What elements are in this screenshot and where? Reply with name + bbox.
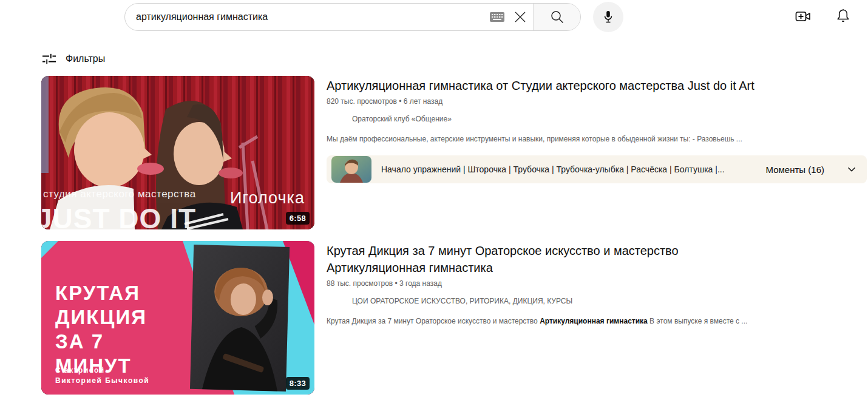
duration-badge: 6:58 — [286, 212, 310, 225]
search-input[interactable] — [125, 4, 487, 30]
keyboard-icon[interactable] — [487, 4, 507, 30]
filters-label: Фильтры — [66, 53, 105, 64]
video-details-2: Крутая Дикция за 7 минут Ораторское иску… — [327, 241, 867, 395]
video-description: Крутая Дикция за 7 минут Ораторское иску… — [327, 316, 867, 327]
microphone-button[interactable] — [593, 2, 623, 32]
search-results: студия актерского мастерства JUST DO IT … — [41, 76, 867, 395]
search-box — [124, 3, 581, 31]
search-result-2: КРУТАЯ ДИКЦИЯ ЗА 7 МИНУТ С актрисой Викт… — [41, 241, 867, 395]
video-description: Мы даём профессиональные, актерские инст… — [327, 134, 867, 144]
moment-thumbnail — [331, 156, 371, 183]
video-title[interactable]: Крутая Дикция за 7 минут Ораторское иску… — [327, 242, 867, 276]
channel-name[interactable]: ЦОИ ОРАТОРСКОЕ ИСКУССТВО, РИТОРИКА, ДИКЦ… — [327, 297, 867, 305]
tune-icon — [41, 52, 57, 66]
notifications-button[interactable] — [833, 6, 853, 27]
topbar — [0, 0, 868, 36]
channel-name[interactable]: Ораторский клуб «Общение» — [327, 115, 867, 123]
bell-icon — [834, 7, 852, 25]
video-meta: 88 тыс. просмотров • 3 года назад — [327, 279, 867, 288]
filters-button[interactable]: Фильтры — [41, 52, 105, 66]
create-video-icon — [794, 7, 812, 25]
moments-row[interactable]: Начало упражнений | Шторочка | Трубочка … — [327, 155, 867, 183]
thumb-overlay-brand-text: JUST DO IT — [41, 202, 196, 229]
video-thumbnail-2[interactable]: КРУТАЯ ДИКЦИЯ ЗА 7 МИНУТ С актрисой Викт… — [41, 241, 314, 395]
search-result-1: студия актерского мастерства JUST DO IT … — [41, 76, 867, 229]
thumb-overlay-caption: Иголочка — [230, 189, 305, 208]
microphone-icon — [600, 9, 616, 25]
create-video-button[interactable] — [793, 6, 813, 27]
video-meta: 820 тыс. просмотров • 6 лет назад — [327, 97, 867, 106]
search-button[interactable] — [533, 4, 580, 30]
thumb-subline-text: С актрисой Викторией Бычковой — [55, 365, 149, 386]
search-icon — [549, 9, 565, 25]
description-post: В этом выпуске я вместе с ... — [648, 317, 748, 325]
chevron-down-icon[interactable] — [845, 163, 858, 176]
close-icon[interactable] — [507, 4, 533, 30]
thumb-headline-text: КРУТАЯ ДИКЦИЯ ЗА 7 МИНУТ — [55, 281, 147, 378]
top-actions — [793, 6, 853, 27]
search-bar — [124, 2, 623, 32]
video-details-1: Артикуляционная гимнастика от Студии акт… — [327, 76, 867, 229]
duration-badge: 8:33 — [286, 377, 310, 390]
description-pre: Крутая Дикция за 7 минут Ораторское иску… — [327, 317, 540, 325]
video-title[interactable]: Артикуляционная гимнастика от Студии акт… — [327, 77, 867, 94]
video-thumbnail-1[interactable]: студия актерского мастерства JUST DO IT … — [41, 76, 314, 229]
thumb-overlay-studio-text: студия актерского мастерства — [43, 188, 196, 200]
description-bold: Артикуляционная гимнастика — [540, 317, 648, 325]
moments-count-label: Моменты (16) — [766, 164, 824, 175]
moment-segments: Начало упражнений | Шторочка | Трубочка … — [381, 164, 756, 174]
